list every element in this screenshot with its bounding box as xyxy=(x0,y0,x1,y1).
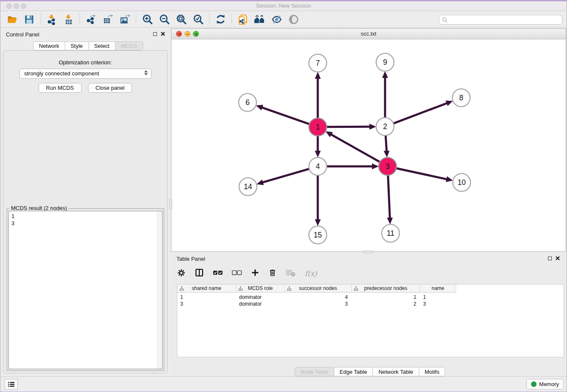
export-image-icon[interactable] xyxy=(116,13,133,26)
cell-name[interactable]: 3 xyxy=(420,301,456,307)
tab-node-table[interactable]: Node Table xyxy=(295,367,334,376)
apply-layout-icon[interactable] xyxy=(251,13,268,26)
graph-node-7[interactable]: 7 xyxy=(309,54,327,72)
toolbar-separator xyxy=(80,14,80,25)
tab-select[interactable]: Select xyxy=(89,41,116,50)
table-panel-tabs: Node Table Edge Table Network Table Moti… xyxy=(295,367,445,376)
toggle-column-icon[interactable] xyxy=(195,268,204,279)
network-graph[interactable]: 1234678910111415 xyxy=(171,39,566,251)
control-panel: Control Panel Network Style Select MCDS … xyxy=(0,28,171,378)
cell-successor-nodes[interactable]: 4 xyxy=(285,294,352,301)
tab-style[interactable]: Style xyxy=(65,41,89,50)
graph-node-label: 9 xyxy=(383,58,387,66)
window-title: Session: New Session xyxy=(0,3,567,9)
mcds-result-text[interactable]: 1 3 xyxy=(8,211,162,369)
import-network-icon[interactable] xyxy=(43,13,60,26)
close-panel-button[interactable]: Close panel xyxy=(88,83,132,93)
graph-node-14[interactable]: 14 xyxy=(239,178,257,196)
cell-mcds-role[interactable]: dominator xyxy=(236,294,285,301)
zoom-out-icon[interactable] xyxy=(156,13,173,26)
cell-predecessor-nodes[interactable]: 1 xyxy=(352,294,420,301)
save-session-icon[interactable] xyxy=(21,13,38,26)
table-row[interactable]: 3 dominator 3 2 3 xyxy=(177,301,564,307)
unselect-all-icon[interactable] xyxy=(232,269,242,278)
close-panel-icon[interactable] xyxy=(160,31,165,36)
result-scrollbar[interactable] xyxy=(157,211,162,369)
cell-mcds-role[interactable]: dominator xyxy=(236,301,285,307)
optimization-criterion-label: Optimization criterion: xyxy=(3,59,167,66)
dropdown-stepper-icon xyxy=(144,70,148,75)
mcds-result-group: MCDS result (2 nodes) 1 3 xyxy=(7,208,164,371)
cell-name[interactable]: 1 xyxy=(420,294,456,301)
column-header-mcds-role[interactable]: MCDS role xyxy=(236,284,285,293)
run-mcds-button[interactable]: Run MCDS xyxy=(39,83,82,93)
column-header-shared-name[interactable]: shared name xyxy=(177,284,236,293)
graph-node-3[interactable]: 3 xyxy=(379,157,396,175)
toolbar-separator xyxy=(40,14,41,25)
import-table-icon[interactable] xyxy=(60,13,77,26)
column-header-name[interactable]: name xyxy=(420,284,456,293)
cell-successor-nodes[interactable]: 3 xyxy=(285,301,352,307)
network-window-titlebar[interactable]: scc.txt xyxy=(171,29,566,39)
graph-node-4[interactable]: 4 xyxy=(309,157,327,175)
tab-network-table[interactable]: Network Table xyxy=(373,367,419,376)
zoom-in-icon[interactable] xyxy=(139,13,156,26)
clone-network-icon[interactable] xyxy=(234,13,251,26)
graph-edge-4-14 xyxy=(263,169,309,182)
dropdown-value: strongly connected component xyxy=(24,70,99,77)
graph-node-15[interactable]: 15 xyxy=(309,226,327,244)
tab-network[interactable]: Network xyxy=(33,41,65,50)
cell-shared-name[interactable]: 3 xyxy=(177,301,236,307)
graph-node-8[interactable]: 8 xyxy=(452,89,470,107)
function-builder-icon[interactable]: f(x) xyxy=(305,269,317,278)
vertical-splitter-grip[interactable] xyxy=(169,199,172,210)
column-type-icon xyxy=(354,286,358,291)
tab-motifs[interactable]: Motifs xyxy=(419,367,446,376)
graph-node-9[interactable]: 9 xyxy=(376,53,394,71)
table-panel: Table Panel f(x) shared name MCDS role s… xyxy=(171,254,566,378)
zoom-selected-icon[interactable] xyxy=(190,13,206,26)
search-field[interactable] xyxy=(439,15,562,25)
close-table-panel-icon[interactable] xyxy=(555,256,560,261)
graph-node-11[interactable]: 11 xyxy=(382,224,399,242)
table-row[interactable]: 1 dominator 4 1 1 xyxy=(177,294,564,301)
search-input[interactable] xyxy=(449,16,559,24)
graph-node-1[interactable]: 1 xyxy=(309,118,327,136)
graph-node-10[interactable]: 10 xyxy=(453,174,471,191)
settings-gear-icon[interactable] xyxy=(177,268,186,279)
graph-node-label: 11 xyxy=(387,229,394,237)
add-column-icon[interactable] xyxy=(251,268,259,279)
float-panel-icon[interactable] xyxy=(153,32,157,36)
cell-shared-name[interactable]: 1 xyxy=(177,294,236,301)
graph-node-label: 10 xyxy=(457,178,466,187)
graph-node-6[interactable]: 6 xyxy=(239,94,256,111)
node-table[interactable]: shared name MCDS role successor nodes pr… xyxy=(177,284,564,357)
toolbar-separator xyxy=(136,14,136,25)
birds-eye-view-icon[interactable] xyxy=(285,13,302,26)
export-network-icon[interactable] xyxy=(83,13,99,26)
zoom-fit-icon[interactable] xyxy=(173,13,190,26)
graph-node-2[interactable]: 2 xyxy=(376,118,394,135)
delete-table-icon[interactable] xyxy=(286,268,296,279)
refresh-view-icon[interactable] xyxy=(212,13,229,26)
mcds-result-title: MCDS result (2 nodes) xyxy=(9,205,69,211)
task-history-button[interactable] xyxy=(5,379,18,389)
open-session-icon[interactable] xyxy=(4,13,21,26)
memory-button[interactable]: Memory xyxy=(526,379,564,389)
tab-edge-table[interactable]: Edge Table xyxy=(334,367,373,376)
optimization-criterion-dropdown[interactable]: strongly connected component xyxy=(19,69,151,79)
column-header-successor-nodes[interactable]: successor nodes xyxy=(285,284,352,293)
graphics-details-icon[interactable] xyxy=(268,13,285,26)
column-type-icon xyxy=(238,286,243,291)
graph-edge-3-10 xyxy=(396,168,447,179)
delete-column-icon[interactable] xyxy=(268,268,277,279)
tab-mcds[interactable]: MCDS xyxy=(116,41,143,50)
export-table-icon[interactable] xyxy=(99,13,116,26)
horizontal-splitter-grip[interactable] xyxy=(363,251,374,253)
select-all-icon[interactable] xyxy=(213,269,223,278)
column-header-predecessor-nodes[interactable]: predecessor nodes xyxy=(352,284,420,293)
graph-node-label: 15 xyxy=(314,231,322,239)
cell-predecessor-nodes[interactable]: 2 xyxy=(352,301,420,307)
toolbar-separator xyxy=(231,14,232,25)
float-table-panel-icon[interactable] xyxy=(548,257,552,260)
